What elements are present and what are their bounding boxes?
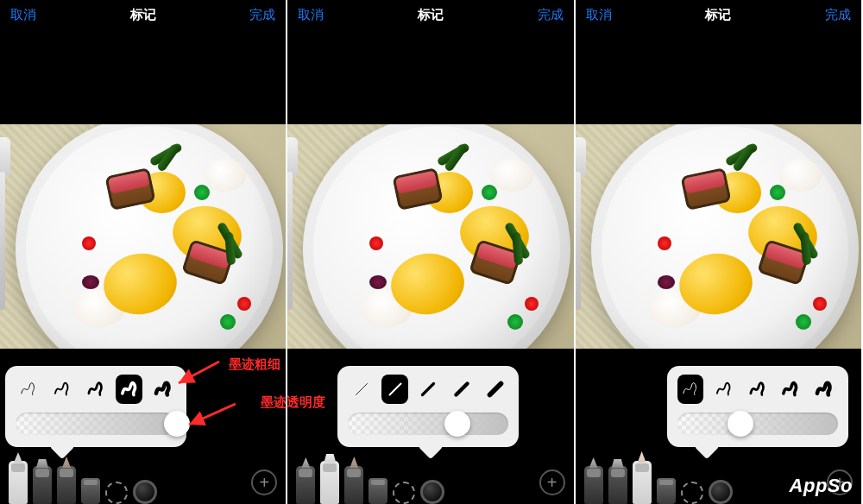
markup-toolbar: + (287, 461, 573, 504)
stroke-weight-option-4[interactable] (811, 375, 838, 404)
svg-line-3 (389, 384, 400, 395)
opacity-slider[interactable] (677, 413, 838, 435)
screen-title: 标记 (418, 7, 444, 23)
opacity-slider-thumb[interactable] (728, 411, 753, 437)
eraser-tool[interactable] (657, 478, 676, 504)
stroke-weight-option-3[interactable] (778, 375, 804, 404)
edited-photo (576, 124, 861, 349)
eraser-tool[interactable] (369, 478, 387, 504)
svg-line-1 (189, 404, 236, 425)
done-button[interactable]: 完成 (538, 7, 564, 23)
annotation-thickness: 墨迹粗细 (229, 356, 280, 373)
marker-tool[interactable] (320, 461, 339, 504)
color-well[interactable] (133, 480, 157, 504)
done-button[interactable]: 完成 (825, 7, 851, 23)
panel-2: 取消 标记 完成 .popover[style*="left:58px"]::a… (287, 0, 575, 504)
eraser-tool[interactable] (81, 478, 100, 504)
done-button[interactable]: 完成 (249, 7, 275, 23)
opacity-slider[interactable] (348, 413, 508, 435)
stroke-weight-option-2[interactable] (83, 375, 110, 404)
screen-title: 标记 (705, 7, 731, 23)
lasso-tool[interactable] (393, 482, 415, 504)
svg-line-4 (423, 384, 434, 395)
stroke-weight-row (16, 375, 176, 404)
stroke-weight-option-1[interactable] (710, 375, 737, 404)
add-shape-button[interactable]: + (539, 469, 565, 495)
markup-header: 取消 标记 完成 (576, 0, 861, 29)
annotation-opacity: 墨迹透明度 (261, 394, 325, 411)
edited-photo (287, 124, 573, 349)
stroke-weight-option-4[interactable] (482, 375, 509, 404)
svg-line-2 (356, 384, 367, 395)
arrow-thickness-icon (172, 357, 224, 392)
stroke-weight-row (677, 375, 838, 404)
watermark: AppSo (790, 475, 853, 497)
opacity-slider-thumb[interactable] (444, 411, 470, 437)
panel-1: 取消 标记 完成 .popover[style*="left:6px"]::af… (0, 0, 287, 504)
stroke-weight-option-2[interactable] (415, 375, 442, 404)
stroke-weight-option-0[interactable] (16, 375, 42, 404)
cancel-button[interactable]: 取消 (586, 7, 612, 23)
color-well[interactable] (709, 480, 733, 504)
markup-toolbar: + (0, 461, 286, 504)
pencil-tool[interactable] (633, 461, 652, 504)
lasso-tool[interactable] (105, 482, 128, 504)
stroke-weight-row (348, 375, 508, 404)
pen-tool[interactable] (9, 461, 28, 504)
stroke-weight-option-3[interactable] (449, 375, 476, 404)
markup-header: 取消 标记 完成 (0, 0, 286, 29)
svg-line-5 (457, 384, 468, 395)
svg-line-0 (179, 362, 219, 383)
svg-line-6 (489, 384, 501, 395)
pen-tool[interactable] (296, 466, 315, 504)
pencil-tool[interactable] (344, 466, 363, 504)
stroke-weight-option-0[interactable] (677, 375, 704, 404)
stroke-settings-popover: .popover[style*="left:6px"]::after{left:… (5, 366, 186, 447)
pencil-tool[interactable] (57, 466, 76, 504)
stroke-weight-option-3[interactable] (116, 375, 142, 404)
color-well[interactable] (420, 480, 444, 504)
add-shape-button[interactable]: + (251, 469, 277, 495)
pen-tool[interactable] (584, 466, 603, 504)
edited-photo (0, 124, 286, 349)
opacity-slider[interactable] (16, 413, 176, 435)
stroke-settings-popover: .popover[style*="left:106px"]::after{lef… (667, 366, 848, 447)
cancel-button[interactable]: 取消 (298, 7, 324, 23)
stroke-weight-option-0[interactable] (348, 375, 375, 404)
markup-header: 取消 标记 完成 (287, 0, 573, 29)
screen-title: 标记 (130, 7, 156, 23)
stroke-weight-option-1[interactable] (49, 375, 76, 404)
marker-tool[interactable] (608, 466, 627, 504)
stroke-weight-option-1[interactable] (381, 375, 408, 404)
arrow-opacity-icon (180, 399, 241, 433)
panel-3: 取消 标记 完成 .popover[style*="left:106px"]::… (576, 0, 863, 504)
cancel-button[interactable]: 取消 (10, 7, 36, 23)
stroke-weight-option-2[interactable] (744, 375, 771, 404)
lasso-tool[interactable] (681, 482, 703, 504)
stroke-settings-popover: .popover[style*="left:58px"]::after{left… (337, 366, 519, 447)
marker-tool[interactable] (33, 466, 52, 504)
